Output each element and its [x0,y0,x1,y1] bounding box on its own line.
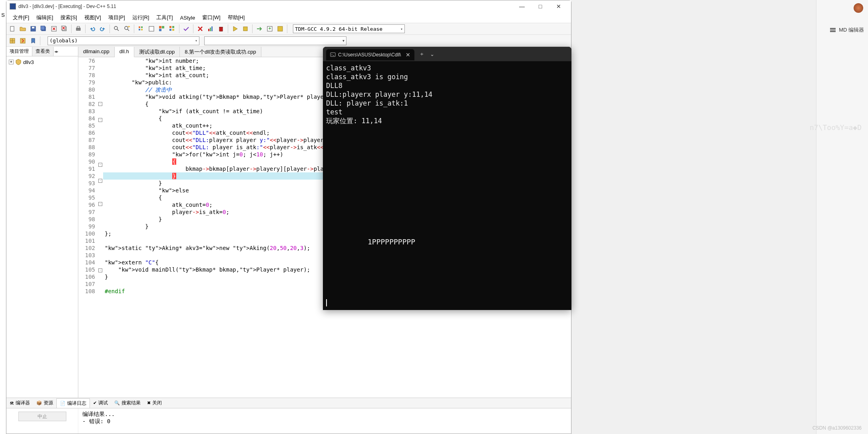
stop-button[interactable]: 中止 [18,412,66,421]
fold-toggle-icon[interactable]: - [98,163,102,167]
window-title: dllv3 - [dllv3.dev] - [Executing] - Dev-… [18,4,513,9]
tab-icon: 📄 [60,401,66,406]
globals-select[interactable]: (globals) ▾ [48,36,199,45]
debug-stop-icon[interactable] [241,24,250,33]
compile-output-title: 编译结果... [82,411,567,418]
compile-output-line: - 错误: 0 [82,418,567,425]
right-panel: MD 编辑器 [816,0,868,434]
find-icon[interactable] [112,24,121,33]
print-icon[interactable] [74,24,83,33]
menu-item[interactable]: 搜索[S] [57,13,80,22]
minimize-button[interactable]: — [513,0,531,12]
compile-output: 编译结果... - 错误: 0 [78,408,571,434]
sidebar-tab-project[interactable]: 项目管理 [6,47,32,56]
tab-icon: ✖ [147,400,151,406]
undo-icon[interactable] [88,24,97,33]
svg-point-10 [114,26,117,30]
menu-item[interactable]: 工具[T] [153,13,176,22]
bottom-tab[interactable]: ✔调试 [90,398,111,408]
menubar[interactable]: 文件[F]编辑[E]搜索[S]视图[V]项目[P]运行[R]工具[T]AStyl… [6,12,571,23]
menu-item[interactable]: 运行[R] [129,13,153,22]
titlebar[interactable]: dllv3 - [dllv3.dev] - [Executing] - Dev-… [6,0,571,12]
fold-column[interactable]: ------ [98,57,103,398]
terminal-titlebar[interactable]: C:\Users\ASUS\Desktop\Cdll\ ✕ ＋ ⌄ [323,47,571,61]
delete-icon[interactable] [217,24,225,33]
rebuild-icon[interactable] [168,24,177,33]
svg-rect-0 [10,26,14,31]
svg-rect-12 [128,26,130,27]
compile-icon[interactable] [137,24,145,33]
terminal-body[interactable]: class_atkv3class_atkv3 is goingDLL8DLL:p… [323,61,571,310]
menu-item[interactable]: 窗口[W] [199,13,224,22]
fold-toggle-icon[interactable]: - [98,179,102,183]
maximize-button[interactable]: □ [531,0,549,12]
close-file-icon[interactable] [50,24,58,33]
bottom-tab[interactable]: 📄编译日志 [56,398,90,408]
sidebar-tab-scroll[interactable]: ◂▸ [54,47,59,56]
bookmark-icon[interactable] [265,24,274,33]
avatar[interactable] [854,3,863,13]
menu-item[interactable]: 编辑[E] [33,13,56,22]
menu-item[interactable]: 项目[P] [105,13,128,22]
chevron-down-icon: ▾ [342,38,344,43]
fold-toggle-icon[interactable]: - [98,202,102,206]
compile-run-icon[interactable] [157,24,166,33]
terminal-dropdown-icon[interactable]: ⌄ [430,51,434,57]
svg-rect-8 [76,28,80,30]
fold-toggle-icon[interactable]: - [98,118,102,122]
debug-check-icon[interactable] [182,24,191,33]
close-button[interactable]: ✕ [549,0,568,12]
toolbar-nav: (globals) ▾ ▾ [6,35,571,47]
run-icon[interactable] [147,24,156,33]
profile-icon[interactable] [206,24,215,33]
new-file-icon[interactable] [8,24,17,33]
left-edge-text: S [1,12,5,18]
debug-start-icon[interactable] [231,24,239,33]
svg-point-11 [125,26,128,30]
fold-toggle-icon[interactable]: - [98,268,102,272]
terminal-window[interactable]: C:\Users\ASUS\Desktop\Cdll\ ✕ ＋ ⌄ class_… [323,47,571,310]
terminal-tab[interactable]: C:\Users\ASUS\Desktop\Cdll\ ✕ [326,49,414,60]
tree-expand-icon[interactable]: + [9,60,14,64]
svg-rect-20 [159,29,161,31]
bottom-tab[interactable]: 📦资源 [33,398,56,408]
editor-tab[interactable]: 8.第一个dll攻击类读取成功.cpp [180,47,261,57]
toolbar-main: TDM-GCC 4.9.2 64-bit Release ▾ [6,23,571,35]
new-class-icon[interactable] [8,36,17,45]
svg-rect-15 [139,29,140,30]
sidebar-tab-class[interactable]: 查看类 [32,47,54,56]
bookmark-toggle-icon[interactable] [29,36,38,45]
terminal-new-tab-icon[interactable]: ＋ [419,50,424,58]
menu-item[interactable]: 视图[V] [81,13,104,22]
bottom-tab[interactable]: ✖关闭 [144,398,165,408]
insert-icon[interactable] [18,36,27,45]
terminal-line: class_atkv3 is going [326,72,568,81]
terminal-tab-close-icon[interactable]: ✕ [406,52,410,58]
editor-tab[interactable]: dll.h [115,47,134,57]
member-select[interactable]: ▾ [204,36,346,45]
goto-icon[interactable] [255,24,264,33]
fold-toggle-icon[interactable]: - [98,102,102,106]
menu-item[interactable]: 帮助[H] [225,13,248,22]
redo-icon[interactable] [98,24,107,33]
tree-item-project[interactable]: + dllv3 [8,58,76,66]
bottom-tab[interactable]: 🛠编译器 [6,398,33,408]
compiler-select[interactable]: TDM-GCC 4.9.2 64-bit Release ▾ [293,24,405,33]
stop-icon[interactable] [196,24,205,33]
save-all-icon[interactable] [39,24,48,33]
menu-item[interactable]: AStyle [177,14,199,22]
menu-item[interactable]: 文件[F] [10,13,32,22]
editor-tab[interactable]: 测试读取dll.cpp [134,47,180,57]
project-tree[interactable]: + dllv3 [6,56,78,68]
svg-rect-19 [162,26,164,28]
md-editor-label: MD 编辑器 [839,26,864,34]
svg-rect-18 [159,26,161,28]
close-all-icon[interactable] [60,24,69,33]
open-icon[interactable] [18,24,27,33]
save-icon[interactable] [29,24,38,33]
bottom-tab[interactable]: 🔍搜索结果 [111,398,144,408]
editor-tab[interactable]: dllmain.cpp [78,47,115,57]
goto-line-icon[interactable] [276,24,285,33]
replace-icon[interactable] [123,24,131,33]
toggle-lines-icon[interactable] [830,28,836,32]
